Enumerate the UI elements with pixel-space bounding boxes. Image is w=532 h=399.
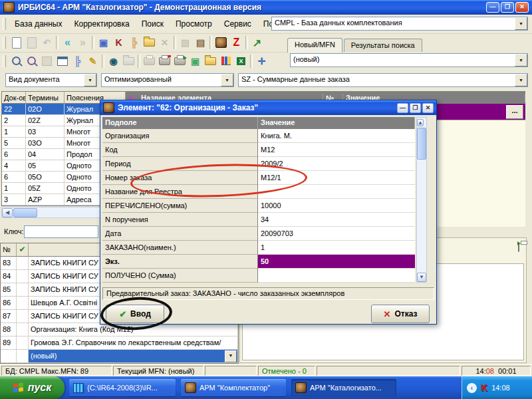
- record-mark[interactable]: [17, 350, 29, 363]
- scroll-down-icon[interactable]: ▼: [417, 273, 426, 282]
- terms-col-docs[interactable]: Док-ов: [2, 92, 26, 104]
- subfield-value[interactable]: 1: [258, 241, 415, 255]
- dictionary-icon[interactable]: ▤: [193, 35, 208, 50]
- minimize-button[interactable]: —: [486, 2, 499, 13]
- subfield-value[interactable]: 34: [258, 213, 415, 227]
- subfield-value[interactable]: 20090703: [258, 227, 415, 241]
- menu-edit[interactable]: Корректировка: [68, 17, 135, 31]
- start-button[interactable]: пуск: [0, 376, 65, 399]
- record-mark[interactable]: [17, 297, 29, 310]
- subfield-value[interactable]: 50: [258, 255, 415, 269]
- prev-record-icon[interactable]: «: [60, 35, 75, 50]
- record-mark[interactable]: [17, 270, 29, 283]
- key-input[interactable]: [24, 225, 98, 238]
- chevron-down-icon[interactable]: ▼: [515, 74, 527, 86]
- dialog-title-bar[interactable]: Элемент: "62: Организация - Заказ" — ❐ ✕: [100, 100, 436, 115]
- database-combo[interactable]: CMPL - База данных комплектования ▼: [271, 17, 528, 31]
- dialog-close-button[interactable]: ✕: [422, 103, 434, 113]
- check-icon[interactable]: ✔: [17, 243, 29, 257]
- close-button[interactable]: ✕: [515, 2, 529, 13]
- dialog-vscrollbar[interactable]: ▲ ▼: [416, 117, 427, 283]
- cancel-button[interactable]: ✕ Отказ: [371, 305, 430, 323]
- tab-search-results[interactable]: Результаты поиска: [344, 39, 422, 52]
- terms-col-terms[interactable]: Термины: [26, 92, 65, 104]
- chevron-down-icon[interactable]: ▼: [221, 74, 233, 86]
- statistics-icon[interactable]: [218, 54, 233, 68]
- subfield-row[interactable]: N поручения 34: [102, 213, 415, 227]
- scroll-up-icon[interactable]: ▲: [417, 119, 424, 126]
- dialog-maximize-button[interactable]: ❐: [410, 103, 421, 113]
- copy-icon[interactable]: ▣: [188, 54, 203, 68]
- export-print-icon[interactable]: [172, 54, 188, 68]
- record-mark[interactable]: [17, 323, 29, 336]
- save-icon[interactable]: [24, 35, 39, 50]
- window-search-icon[interactable]: [55, 54, 70, 68]
- record-mark[interactable]: [17, 257, 29, 270]
- preview-icon[interactable]: ◉: [106, 54, 121, 68]
- record-row-new[interactable]: (новый)▼: [1, 350, 238, 363]
- scroll-left-icon[interactable]: ◀: [2, 208, 13, 217]
- print-setup-icon[interactable]: [157, 54, 172, 68]
- print-preview-icon[interactable]: [518, 243, 519, 251]
- goto-icon[interactable]: ↗: [249, 35, 265, 50]
- taskbar-app-komplektator[interactable]: АРМ "Комплектатор": [181, 379, 286, 396]
- view-search-icon[interactable]: [24, 54, 39, 68]
- subfield-row[interactable]: Организация Книга. М.: [102, 129, 415, 143]
- taskbar-app-explorer[interactable]: {C:\IR64-2008(3)\IR...: [69, 379, 176, 396]
- maximize-button[interactable]: ❐: [501, 2, 514, 13]
- record-mark[interactable]: [17, 283, 29, 297]
- subfield-row[interactable]: ПЕРЕЧИСЛЕНО(сумма) 10000: [102, 199, 415, 213]
- subfield-row[interactable]: Код М12: [102, 143, 415, 157]
- chevron-down-icon[interactable]: ▼: [84, 74, 96, 86]
- record-mark[interactable]: [17, 336, 29, 350]
- tab-new-mfn[interactable]: Новый/MFN: [287, 38, 342, 53]
- view-document-icon[interactable]: [9, 54, 24, 68]
- scrollbar-thumb[interactable]: [417, 128, 426, 160]
- record-row[interactable]: 89 Громова Э.Г. Справочник по лекарствен…: [1, 336, 238, 350]
- scrollbar-thumb[interactable]: [13, 208, 37, 217]
- subfield-value[interactable]: М12: [258, 143, 415, 157]
- record-mark[interactable]: [17, 310, 29, 323]
- chevron-down-icon[interactable]: ▼: [225, 350, 237, 362]
- tray-chevron-icon[interactable]: ‹: [467, 383, 477, 393]
- undo-icon[interactable]: ↶: [39, 35, 55, 50]
- import-icon[interactable]: [142, 35, 157, 50]
- next-record-icon[interactable]: »: [75, 35, 90, 50]
- dialog-minimize-button[interactable]: —: [397, 103, 408, 113]
- field-editor-button[interactable]: ...: [506, 105, 523, 119]
- mode-combo[interactable]: Оптимизированный ▼: [101, 73, 234, 87]
- print-icon[interactable]: [142, 54, 157, 68]
- menu-search[interactable]: Поиск: [136, 17, 170, 31]
- paste-icon[interactable]: ▧: [178, 35, 193, 50]
- tree-view-icon[interactable]: ╠: [70, 54, 85, 68]
- irbis-logo-icon[interactable]: [213, 35, 229, 50]
- record-combo[interactable]: (новый) ▼: [290, 53, 528, 67]
- worksheet-combo[interactable]: SZ - Суммарные данные заказа ▼: [238, 73, 528, 87]
- doc-view-combo[interactable]: Вид документа ▼: [5, 73, 97, 87]
- taskbar-app-katalogizator[interactable]: АРМ "Каталогизато...: [291, 379, 396, 396]
- subfield-value[interactable]: [258, 269, 415, 283]
- menu-view[interactable]: Просмотр: [170, 17, 218, 31]
- subfield-row[interactable]: ПОЛУЧЕНО (Сумма): [102, 269, 415, 283]
- chevron-down-icon[interactable]: ▼: [515, 54, 527, 66]
- subfield-row[interactable]: ЗАКАЗАНО(наимен.) 1: [102, 241, 415, 255]
- subfield-value[interactable]: 10000: [258, 199, 415, 213]
- settings-icon[interactable]: ✛: [254, 54, 269, 68]
- record-tree-icon[interactable]: ╠: [126, 35, 142, 50]
- folder-icon[interactable]: [121, 54, 136, 68]
- excel-export-icon[interactable]: [233, 54, 249, 68]
- window-icon[interactable]: [39, 54, 55, 68]
- antivirus-icon[interactable]: K: [481, 382, 487, 393]
- edit-icon[interactable]: ✎: [85, 54, 100, 68]
- subfield-value[interactable]: Книга. М.: [258, 129, 415, 143]
- folder-export-icon[interactable]: [203, 54, 218, 68]
- print-record-icon[interactable]: K: [111, 35, 126, 50]
- subfield-row-selected[interactable]: Экз. 50: [102, 255, 415, 269]
- new-record-icon[interactable]: [9, 35, 24, 50]
- delete-record-icon[interactable]: ✕: [157, 35, 172, 50]
- copy-record-icon[interactable]: ▣: [96, 35, 111, 50]
- z-report-icon[interactable]: Z: [229, 35, 244, 50]
- records-col-num[interactable]: №: [1, 243, 17, 257]
- subfield-row[interactable]: Дата 20090703: [102, 227, 415, 241]
- menu-database[interactable]: База данных: [9, 17, 68, 31]
